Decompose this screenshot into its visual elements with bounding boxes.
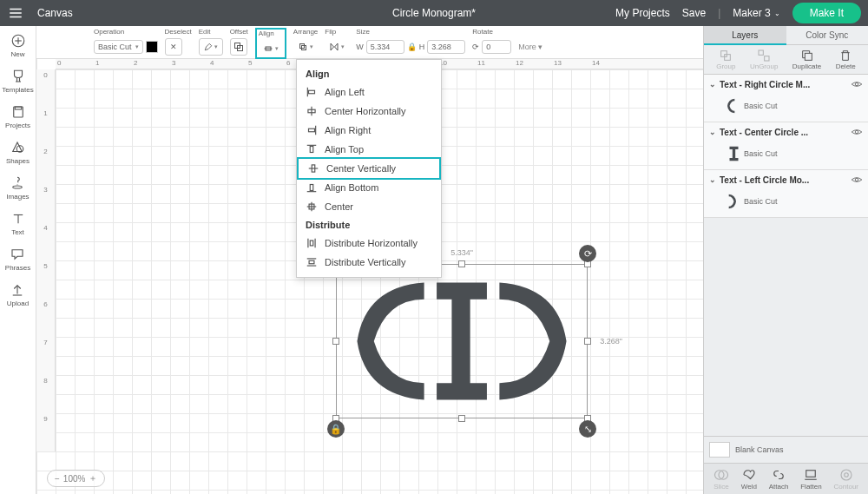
handle-bm[interactable] <box>458 415 465 422</box>
distribute-section-header: Distribute <box>297 216 441 234</box>
color-swatch[interactable] <box>146 41 158 53</box>
document-title: Circle Monogram* <box>392 7 476 19</box>
contour-button[interactable]: Contour <box>834 467 858 491</box>
upload-tool[interactable]: Upload <box>7 282 29 307</box>
svg-point-50 <box>855 130 858 134</box>
visibility-icon[interactable] <box>851 126 863 138</box>
zoom-out-icon[interactable]: − <box>55 474 60 484</box>
svg-point-10 <box>13 186 23 188</box>
layer-row[interactable]: ⌄Text - Right Circle M...Basic Cut <box>704 75 868 122</box>
visibility-icon[interactable] <box>851 174 863 186</box>
align-right-item[interactable]: Align Right <box>297 121 441 140</box>
projects-tool[interactable]: Projects <box>5 104 30 129</box>
resize-handle-icon[interactable]: ⤡ <box>579 420 596 438</box>
offset-button[interactable] <box>230 38 247 56</box>
layers-panel: Layers Color Sync Group UnGroup Duplicat… <box>703 26 868 494</box>
operation-group: Operation Basic Cut <box>94 28 158 56</box>
edit-button[interactable] <box>199 38 223 56</box>
svg-marker-22 <box>335 43 339 50</box>
svg-rect-40 <box>310 240 313 246</box>
handle-ml[interactable] <box>332 338 339 345</box>
slice-button[interactable]: Slice <box>713 467 729 491</box>
layer-row[interactable]: ⌄Text - Center Circle ...Basic Cut <box>704 122 868 170</box>
selection-box[interactable]: 5.334" 3.268" ✕ ⟳ 🔒 ⤡ <box>336 264 588 418</box>
align-bottom-item[interactable]: Align Bottom <box>297 178 441 197</box>
center-horizontally-item[interactable]: Center Horizontally <box>297 102 441 121</box>
zoom-control[interactable]: −100%＋ <box>47 470 105 487</box>
handle-mr[interactable] <box>584 338 591 345</box>
text-tool[interactable]: Text <box>10 211 26 236</box>
visibility-icon[interactable] <box>851 78 863 90</box>
images-tool[interactable]: Images <box>6 175 29 201</box>
deselect-button[interactable]: ✕ <box>165 38 182 56</box>
app-header: Canvas Circle Monogram* My Projects Save… <box>0 0 868 26</box>
lock-handle-icon[interactable]: 🔒 <box>327 420 345 438</box>
svg-rect-34 <box>310 185 313 191</box>
center-item[interactable]: Center <box>297 197 441 216</box>
distribute-vertically-item[interactable]: Distribute Vertically <box>297 253 441 272</box>
svg-point-51 <box>855 178 858 181</box>
rotate-handle-icon[interactable]: ⟳ <box>579 245 596 262</box>
delete-button[interactable]: Delete <box>836 49 856 70</box>
svg-rect-30 <box>310 147 313 153</box>
align-left-item[interactable]: Align Left <box>297 82 441 102</box>
group-button[interactable]: Group <box>716 49 735 70</box>
handle-tm[interactable] <box>458 260 465 267</box>
svg-point-49 <box>855 82 858 86</box>
svg-rect-44 <box>721 51 727 57</box>
save-link[interactable]: Save <box>682 7 706 19</box>
svg-rect-43 <box>309 260 314 264</box>
machine-selector[interactable]: Maker 3⌄ <box>733 7 779 19</box>
svg-rect-54 <box>806 471 816 478</box>
svg-point-56 <box>841 470 852 480</box>
arrange-button[interactable] <box>293 38 318 56</box>
flip-button[interactable] <box>325 38 349 56</box>
lock-aspect-icon[interactable]: 🔒 <box>407 43 417 51</box>
color-sync-tab[interactable]: Color Sync <box>786 26 869 45</box>
align-group: Align <box>255 28 286 59</box>
property-toolbar: Operation Basic Cut Deselect✕ Edit Offse… <box>36 26 703 59</box>
svg-rect-7 <box>15 107 22 109</box>
svg-rect-24 <box>309 90 315 94</box>
make-it-button[interactable]: Make It <box>792 3 861 23</box>
layers-tab[interactable]: Layers <box>704 26 786 45</box>
phrases-tool[interactable]: Phrases <box>5 247 30 272</box>
align-section-header: Align <box>297 65 441 82</box>
align-dropdown-button[interactable] <box>259 40 283 57</box>
center-vertically-item[interactable]: Center Vertically <box>297 157 441 180</box>
ruler-vertical: 0123456789 <box>36 69 56 451</box>
svg-marker-21 <box>331 43 334 50</box>
ungroup-button[interactable]: UnGroup <box>750 49 778 70</box>
width-input[interactable]: 5.334 <box>366 40 404 54</box>
more-button[interactable]: More ▾ <box>518 43 542 51</box>
height-input[interactable]: 3.268 <box>427 40 465 54</box>
monogram-artwork <box>345 273 579 410</box>
shapes-tool[interactable]: Shapes <box>6 140 30 165</box>
rotate-input[interactable]: 0 <box>482 40 511 54</box>
svg-rect-46 <box>759 50 763 55</box>
layer-row[interactable]: ⌄Text - Left Circle Mo...Basic Cut <box>704 170 868 218</box>
svg-rect-48 <box>805 53 812 60</box>
flatten-button[interactable]: Flatten <box>800 467 821 491</box>
zoom-in-icon[interactable]: ＋ <box>89 472 97 484</box>
svg-rect-28 <box>309 128 315 132</box>
rotate-icon: ⟳ <box>472 43 479 51</box>
attach-button[interactable]: Attach <box>769 467 789 491</box>
operation-select[interactable]: Basic Cut <box>94 40 143 54</box>
svg-rect-45 <box>725 55 731 61</box>
align-dropdown: Align Align Left Center Horizontally Ali… <box>296 59 442 278</box>
align-top-item[interactable]: Align Top <box>297 140 441 159</box>
new-tool[interactable]: New <box>10 33 26 58</box>
templates-tool[interactable]: Templates <box>2 69 33 94</box>
svg-point-57 <box>845 473 849 478</box>
weld-button[interactable]: Weld <box>741 467 757 491</box>
separator: | <box>718 7 720 19</box>
blank-canvas-row[interactable]: Blank Canvas <box>704 436 868 463</box>
duplicate-button[interactable]: Duplicate <box>792 49 821 70</box>
menu-button[interactable] <box>0 5 30 21</box>
my-projects-link[interactable]: My Projects <box>615 7 670 19</box>
left-sidebar: New Templates Projects Shapes Images Tex… <box>0 26 36 494</box>
canvas[interactable]: 01234567891011121314 0123456789 5.334" 3… <box>36 59 703 494</box>
canvas-color-swatch <box>709 442 730 458</box>
distribute-horizontally-item[interactable]: Distribute Horizontally <box>297 234 441 253</box>
